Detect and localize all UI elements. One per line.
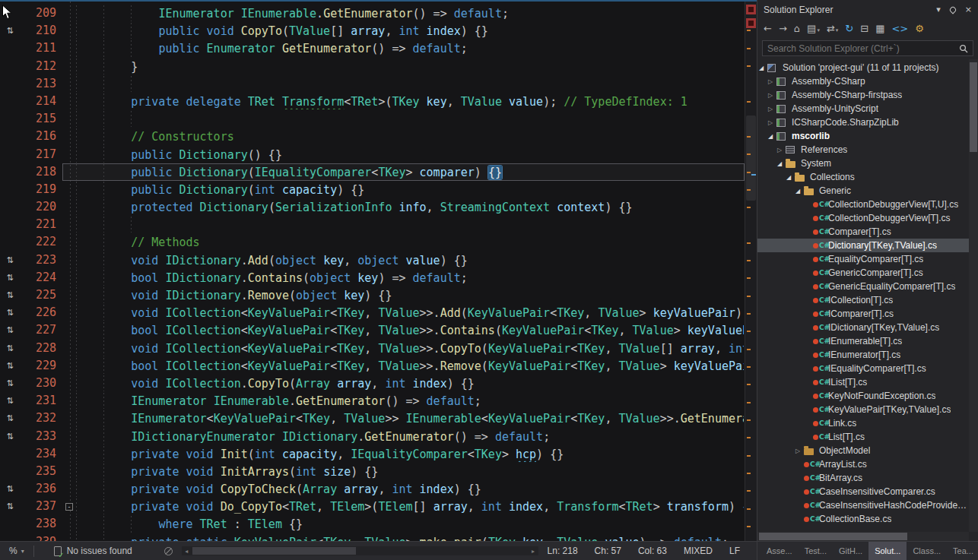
tree-item[interactable]: C#CollectionDebuggerView[T].cs (757, 211, 978, 225)
code-line[interactable]: ⇅225 void IDictionary.Remove(object key)… (0, 286, 745, 304)
code-line[interactable]: ⇅223 void IDictionary.Add(object key, ob… (0, 252, 745, 269)
tree-item[interactable]: ▷ICSharpCode.SharpZipLib (757, 115, 978, 129)
search-icon[interactable] (959, 44, 968, 53)
editor-horizontal-scrollbar[interactable]: ◂ ▸ (182, 546, 538, 555)
scrollbar-thumb[interactable] (192, 547, 357, 555)
search-box[interactable] (762, 40, 973, 56)
sync-with-active-document-icon[interactable]: ⇄▾ (827, 24, 838, 34)
code-line[interactable]: 234 private void Init(int capacity, IEqu… (0, 445, 745, 463)
tool-window-tab[interactable]: Class... (907, 542, 947, 560)
tree-item[interactable]: C#Link.cs (757, 416, 978, 430)
gutter-nav-icon[interactable]: ⇅ (0, 304, 20, 321)
expand-arrow[interactable]: ◢ (777, 160, 786, 167)
zoom-control[interactable]: % ▾ (0, 546, 33, 556)
code-area[interactable]: 209 IEnumerator IEnumerable.GetEnumerato… (0, 5, 745, 541)
gutter-nav-icon[interactable]: ⇅ (0, 392, 20, 410)
scrollbar-thumb[interactable] (759, 533, 907, 540)
code-line[interactable]: ⇅230 void ICollection.CopyTo(Array array… (0, 375, 745, 392)
tree-item[interactable]: C#List[T].cs (757, 430, 978, 444)
scroll-right-icon[interactable]: ▸ (529, 548, 538, 555)
code-line[interactable]: ⇅229 bool ICollection<KeyValuePair<TKey,… (0, 357, 745, 375)
tree-item[interactable]: C#GenericEqualityComparer[T].cs (757, 280, 978, 293)
tree-item[interactable]: C#CaseInsensitiveComparer.cs (757, 485, 978, 498)
tree-item[interactable]: C#IList[T].cs (757, 375, 978, 389)
editor-pane[interactable]: 209 IEnumerator IEnumerable.GetEnumerato… (0, 0, 757, 541)
expand-arrow[interactable]: ▷ (777, 147, 786, 153)
tree-item[interactable]: ▷Assembly-CSharp-firstpass (757, 88, 978, 102)
gutter-nav-icon[interactable]: ⇅ (0, 480, 20, 498)
tree-item[interactable]: ◢System (757, 157, 978, 170)
search-input[interactable] (767, 43, 959, 54)
editor-scrollbar[interactable] (745, 2, 757, 541)
gutter-nav-icon[interactable]: ⇅ (0, 357, 20, 375)
code-line[interactable]: ⇅224 bool IDictionary.Contains(object ke… (0, 269, 745, 286)
code-line[interactable]: 214 private delegate TRet Transform<TRet… (0, 93, 745, 110)
code-line[interactable]: 220 protected Dictionary(SerializationIn… (0, 198, 745, 216)
gutter-nav-icon[interactable]: ⇅ (0, 410, 20, 427)
code-line[interactable]: 239 private static KeyValuePair<TKey, TV… (0, 533, 745, 541)
tree-item[interactable]: C#BitArray.cs (757, 471, 978, 485)
filter-icon[interactable]: ▤▾ (807, 24, 820, 34)
tree-item[interactable]: C#IDictionary[TKey,TValue].cs (757, 321, 978, 334)
tool-window-tab[interactable]: Solut... (868, 542, 907, 560)
scrollbar-thumb[interactable] (970, 62, 977, 152)
expand-arrow[interactable]: ◢ (795, 188, 804, 195)
tree-item[interactable]: C#EqualityComparer[T].cs (757, 252, 978, 266)
tree-item[interactable]: C#CollectionBase.cs (757, 512, 978, 526)
forward-icon[interactable]: → (779, 24, 787, 34)
code-line[interactable]: 235 private void InitArrays(int size) {} (0, 463, 745, 480)
expand-arrow[interactable]: ▷ (768, 92, 776, 99)
code-line[interactable]: 218 public Dictionary(IEqualityComparer<… (0, 163, 745, 181)
tree-item[interactable]: ▷ObjectModel (757, 444, 978, 457)
code-line[interactable]: ⇅226 void ICollection<KeyValuePair<TKey,… (0, 304, 745, 321)
code-line[interactable]: 212 } (0, 58, 745, 75)
tree-item[interactable]: C#KeyValuePair[TKey,TValue].cs (757, 403, 978, 416)
tree-item[interactable]: C#Comparer[T].cs (757, 225, 978, 239)
code-line[interactable]: ⇅237- private void Do_CopyTo<TRet, TElem… (0, 498, 745, 515)
code-line[interactable]: ⇅227 bool ICollection<KeyValuePair<TKey,… (0, 321, 745, 339)
tree-item[interactable]: C#Dictionary[TKey,TValue].cs (757, 239, 978, 252)
back-icon[interactable]: ← (764, 24, 772, 34)
tree-item[interactable]: ◢Collections (757, 170, 978, 184)
code-line[interactable]: 221 (0, 216, 745, 233)
code-line[interactable]: 215 (0, 110, 745, 128)
gutter-nav-icon[interactable]: ⇅ (0, 252, 20, 269)
collapse-all-icon[interactable]: ⊟ (860, 24, 868, 34)
show-all-files-icon[interactable]: ▦ (875, 24, 884, 34)
tree-item[interactable]: ▷Assembly-CSharp (757, 74, 978, 88)
expand-arrow[interactable]: ◢ (759, 65, 767, 71)
tree-item[interactable]: ◢Generic (757, 184, 978, 198)
tool-window-tab[interactable]: Tea... (947, 542, 978, 560)
code-line[interactable]: ⇅233 IDictionaryEnumerator IDictionary.G… (0, 428, 745, 445)
tree-item[interactable]: ◢Solution 'project-gui' (11 of 11 projec… (757, 61, 978, 74)
code-line[interactable]: 209 IEnumerator IEnumerable.GetEnumerato… (0, 5, 745, 22)
code-line[interactable]: 213 (0, 75, 745, 93)
gutter-nav-icon[interactable]: ⇅ (0, 321, 20, 339)
scrollbar-thumb[interactable] (746, 115, 756, 201)
tree-item[interactable]: C#IEqualityComparer[T].cs (757, 362, 978, 375)
refresh-icon[interactable]: ↻ (845, 24, 853, 34)
tree-item[interactable]: C#IComparer[T].cs (757, 307, 978, 321)
code-line[interactable]: ⇅210 public void CopyTo(TValue[] array, … (0, 22, 745, 40)
tree-item[interactable]: C#IEnumerator[T].cs (757, 348, 978, 362)
code-line[interactable]: ⇅231 IEnumerator IEnumerable.GetEnumerat… (0, 392, 745, 410)
pin-icon[interactable] (948, 5, 957, 14)
tree-item[interactable]: C#IEnumerable[T].cs (757, 334, 978, 348)
tree-item[interactable]: C#KeyNotFoundException.cs (757, 389, 978, 403)
scroll-left-icon[interactable]: ◂ (182, 548, 192, 555)
code-line[interactable]: ⇅236 private void CopyToCheck(Array arra… (0, 480, 745, 498)
tree-item[interactable]: C#ICollection[T].cs (757, 293, 978, 307)
code-line[interactable]: 222 // Methods (0, 233, 745, 251)
expand-arrow[interactable]: ▷ (768, 119, 776, 126)
gutter-nav-icon[interactable]: ⇅ (0, 22, 20, 40)
code-line[interactable]: ⇅228 void ICollection<KeyValuePair<TKey,… (0, 340, 745, 357)
tree-item[interactable]: C#CollectionDebuggerView[T,U].cs (757, 198, 978, 211)
tree-item[interactable]: ◢mscorlib (757, 129, 978, 143)
gutter-nav-icon[interactable]: ⇅ (0, 375, 20, 392)
gutter-nav-icon[interactable]: ⇅ (0, 340, 20, 357)
code-line[interactable]: 211 public Enumerator GetEnumerator() =>… (0, 40, 745, 57)
gutter-nav-icon[interactable]: ⇅ (0, 286, 20, 304)
tree-item[interactable]: C#ArrayList.cs (757, 457, 978, 471)
gutter-nav-icon[interactable]: ⇅ (0, 269, 20, 286)
expand-arrow[interactable]: ◢ (768, 133, 776, 140)
